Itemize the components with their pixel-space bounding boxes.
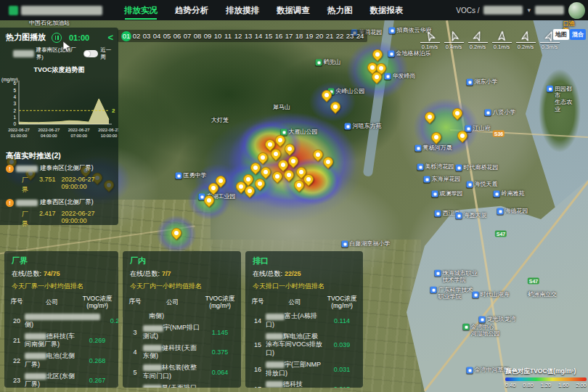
map-mix-button[interactable]: 混合 [570,29,586,40]
timeline-hour[interactable]: 04 [152,31,162,41]
push-item[interactable]: ! 建泰西区(北侧厂界) 厂界 2.417 2022-06-27 09:00:0… [0,197,118,231]
table-row[interactable]: 6 显(天面排口西侧) 0.029 [127,384,237,388]
map-marker[interactable] [303,174,314,186]
pause-button[interactable] [52,33,62,43]
nav-tab[interactable]: 热力图 [327,0,353,21]
table-row[interactable]: 21 德科技(车间南侧厂界) 0.269 [9,332,114,349]
timeline-hour[interactable]: 02 [131,31,142,41]
table-row[interactable]: 5 林包装(收整车间门口) 0.064 [127,364,237,380]
map-label: 中国石化加油站 [29,20,70,26]
map-marker[interactable] [171,228,181,240]
timeline-hour[interactable]: 09 [203,31,213,41]
timeline-hour[interactable]: 07 [182,31,192,41]
table-row[interactable]: 14 富士(A栋排口) 0.114 [250,312,359,329]
table-row[interactable]: 20 侧) 0.285 [9,312,114,329]
map-marker[interactable] [271,149,281,160]
map-marker[interactable] [272,171,282,183]
panel-title: 厂内 [130,256,237,266]
timeline-hour[interactable]: 21 [324,31,335,41]
timeline-hour[interactable]: 16 [274,31,284,41]
table-row[interactable]: 17 德科技(FHVP1007) 0.015 [250,380,359,388]
chevron-down-icon[interactable]: ▾ [527,7,531,14]
poi-icon [547,86,553,92]
map-label-text: 海德花园 [505,208,528,214]
map-label: 大灯笼 [211,117,229,123]
map-marker[interactable] [250,163,261,174]
timeline-hour[interactable]: 06 [172,31,182,41]
table-row[interactable]: 4 健科技(天面东侧) 0.375 [127,344,237,361]
nav-tab[interactable]: 排放实况 [124,0,158,21]
pin-dot-icon [268,142,272,147]
map-label: 广东科学技术 职业学院 [430,287,473,300]
map-marker[interactable] [330,102,340,113]
map-label-text: 海悦天麓 [475,181,498,187]
table-row[interactable]: 16 宇(三部NMP排放口) 0.031 [250,361,359,377]
pin-dot-icon [211,186,216,190]
week-range-toggle[interactable] [83,50,98,57]
map-marker[interactable] [261,167,271,179]
wind-arrow-icon [519,29,532,42]
timeline-hour[interactable]: 24 [355,31,365,41]
timeline-hour[interactable]: 13 [243,31,253,41]
row-company: 健科技(天面东侧) [143,344,203,361]
table-row[interactable]: 15 辉电池(正极涂布车间VOCs排放口) 0.039 [250,332,359,358]
timeline-hour[interactable]: 08 [192,31,203,41]
timeline-hour[interactable]: 20 [314,31,324,41]
map-marker[interactable] [323,157,333,168]
timeline-hour[interactable]: 23 [345,31,355,41]
map-marker[interactable] [284,170,294,181]
timeline-hour[interactable]: 19 [304,31,314,41]
row-value: 0.031 [325,366,359,373]
timeline-hour[interactable]: 05 [162,31,172,41]
map-marker[interactable] [372,72,382,83]
wind-indicator: 0.1m/s [491,30,512,50]
timeline-hour[interactable]: 22 [335,31,345,41]
timeline-hour[interactable]: 14 [253,31,264,41]
map-marker[interactable] [208,183,219,195]
timeline-hour[interactable]: 17 [284,31,294,41]
table-row[interactable]: 23 北区(东侧厂界) 0.267 [9,372,114,388]
map-marker[interactable] [204,195,214,207]
map-marker[interactable] [245,186,255,197]
timeline-hour[interactable]: 03 [142,31,152,41]
map-marker[interactable] [288,156,298,168]
table-row[interactable]: 3 宇(NMP排口测试) 1.145 [127,324,237,340]
collapse-chevron-left-icon[interactable]: < [107,32,115,43]
timeline-hour[interactable]: 18 [294,31,304,41]
map-marker[interactable] [431,132,441,144]
map-marker[interactable] [313,150,323,161]
map-type-button[interactable]: 地图 [553,29,569,40]
nav-tab[interactable]: 趋势分析 [175,0,208,21]
user-avatar[interactable] [568,2,585,19]
company-name-redacted [266,314,285,320]
timeline-hour[interactable]: 11 [223,31,233,41]
nav-tab[interactable]: 数据报表 [370,0,404,21]
map-label: 珠海城市职业 技术学院 [435,270,478,283]
map-marker[interactable] [457,131,467,142]
map-marker[interactable] [322,90,332,102]
poi-icon [417,163,424,170]
timeline-hour[interactable]: 12 [233,31,243,41]
table-row[interactable]: 22 电池(北侧厂界) 0.268 [9,352,114,369]
poi-icon [435,210,441,216]
map-marker[interactable] [372,49,383,61]
nav-tab[interactable]: 排放摸排 [226,0,259,21]
vocs-dropdown-value-redacted[interactable] [483,6,523,15]
map-marker[interactable] [275,135,285,147]
map-marker[interactable] [285,144,295,155]
company-name-redacted [16,200,38,206]
push-item[interactable]: ! 建泰南区(北侧厂界) 厂界 3.751 2022-06-27 09:00:0… [0,163,118,197]
row-value: 0.269 [81,337,114,344]
company-name-redacted [25,314,100,320]
map-marker[interactable] [452,108,462,120]
map-marker[interactable] [425,112,435,123]
map-marker[interactable] [255,179,265,190]
map-marker[interactable] [294,180,304,192]
nav-tab[interactable]: 数据调查 [277,0,310,21]
timeline-hour[interactable]: 01 [121,31,131,41]
timeline-hour[interactable]: 10 [213,31,223,41]
timeline-hour[interactable]: 15 [264,31,274,41]
road-badge: S47 [528,278,539,285]
app-logo-icon [9,6,18,15]
station-select[interactable]: 建泰南区(北侧厂界) [36,46,82,61]
